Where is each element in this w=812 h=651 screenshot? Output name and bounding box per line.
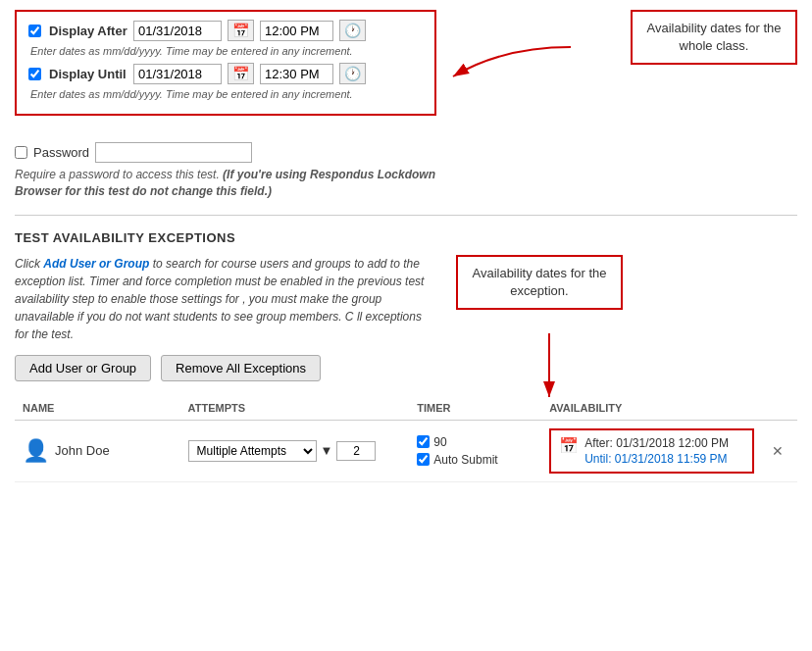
avail-until-text: Until: 01/31/2018 11:59 PM [559,452,744,466]
delete-row-button[interactable]: ✕ [770,441,786,461]
password-hint-normal: Require a password to access this test. [15,168,220,181]
display-after-clock-icon[interactable]: 🕐 [339,20,366,41]
row-delete-cell: ✕ [762,420,797,481]
callout-whole-class-text: Availability dates for the whole class. [646,21,781,53]
attempts-count-input[interactable] [336,441,376,461]
avail-calendar-icon: 📅 [559,436,579,455]
password-input[interactable] [95,142,252,163]
display-until-hint: Enter dates as mm/dd/yyyy. Time may be e… [30,88,423,100]
table-header-row: NAME ATTEMPTS TIMER AVAILABILITY [15,396,797,421]
row-availability-cell: 📅 After: 01/31/2018 12:00 PM Until: 01/3… [541,420,762,481]
display-until-time-input[interactable] [260,64,333,84]
timer-value: 90 [433,435,446,449]
callout-whole-class-box: Availability dates for the whole class. [631,10,797,65]
col-header-timer: TIMER [409,396,541,421]
display-after-time-input[interactable] [260,21,333,41]
user-icon: 👤 [23,438,49,464]
col-header-availability: AVAILABILITY [541,396,762,421]
col-header-attempts: ATTEMPTS [180,396,410,421]
display-after-row: Display After 📅 🕐 [28,20,423,41]
timer-cell-content: 90 Auto Submit [417,435,533,467]
exceptions-section-title: TEST AVAILABILITY EXCEPTIONS [15,230,797,245]
display-until-checkbox[interactable] [28,68,41,80]
table-row: 👤 John Doe Multiple Attempts Single Atte… [15,420,797,481]
attempts-select-group: Multiple Attempts Single Attempt Unlimit… [188,440,402,462]
timer-value-row: 90 [417,435,533,449]
arrow-whole-class [424,27,571,86]
name-cell-content: 👤 John Doe [23,438,173,464]
password-label: Password [33,145,89,160]
display-until-label: Display Until [49,67,127,81]
row-name-cell: 👤 John Doe [15,420,180,481]
password-section: Password Require a password to access th… [15,142,797,200]
display-until-row: Display Until 📅 🕐 [28,63,423,84]
callout-exception-text: Availability dates for the exception. [472,266,606,298]
exceptions-buttons-row: Add User or Group Remove All Exceptions [15,355,797,381]
row-attempts-cell: Multiple Attempts Single Attempt Unlimit… [180,420,410,481]
col-header-name: NAME [15,396,180,421]
availability-dates-box: Display After 📅 🕐 Enter dates as mm/dd/y… [15,10,436,116]
user-name: John Doe [55,443,110,458]
callout-exception-box: Availability dates for the exception. [456,255,623,310]
auto-submit-label: Auto Submit [433,453,497,467]
display-after-date-input[interactable] [133,21,222,41]
section-divider [15,215,797,216]
display-after-label: Display After [49,24,127,38]
display-until-calendar-icon[interactable]: 📅 [228,63,254,84]
display-after-checkbox[interactable] [28,25,41,37]
auto-submit-row: Auto Submit [417,453,533,467]
timer-checkbox[interactable] [417,435,430,448]
row-timer-cell: 90 Auto Submit [409,420,541,481]
add-user-link-text[interactable]: Add User or Group [43,257,149,271]
password-row: Password [15,142,797,163]
display-after-calendar-icon[interactable]: 📅 [228,20,254,41]
exceptions-description: Click Add User or Group to search for co… [15,255,436,343]
attempts-arrow: ▼ [321,443,333,458]
add-user-button[interactable]: Add User or Group [15,355,151,381]
exceptions-table: NAME ATTEMPTS TIMER AVAILABILITY 👤 John … [15,396,797,482]
avail-after-text: After: 01/31/2018 12:00 PM [559,436,744,450]
display-until-date-input[interactable] [133,64,222,84]
availability-cell-inner: 📅 After: 01/31/2018 12:00 PM Until: 01/3… [549,428,754,474]
display-until-clock-icon[interactable]: 🕐 [339,63,366,84]
remove-all-button[interactable]: Remove All Exceptions [161,355,321,381]
password-hint: Require a password to access this test. … [15,167,436,200]
auto-submit-checkbox[interactable] [417,453,430,466]
display-after-hint: Enter dates as mm/dd/yyyy. Time may be e… [30,45,423,57]
exceptions-section: TEST AVAILABILITY EXCEPTIONS Click Add U… [15,230,797,482]
col-header-action [762,396,797,421]
attempts-type-select[interactable]: Multiple Attempts Single Attempt Unlimit… [188,440,317,462]
password-checkbox[interactable] [15,146,27,159]
